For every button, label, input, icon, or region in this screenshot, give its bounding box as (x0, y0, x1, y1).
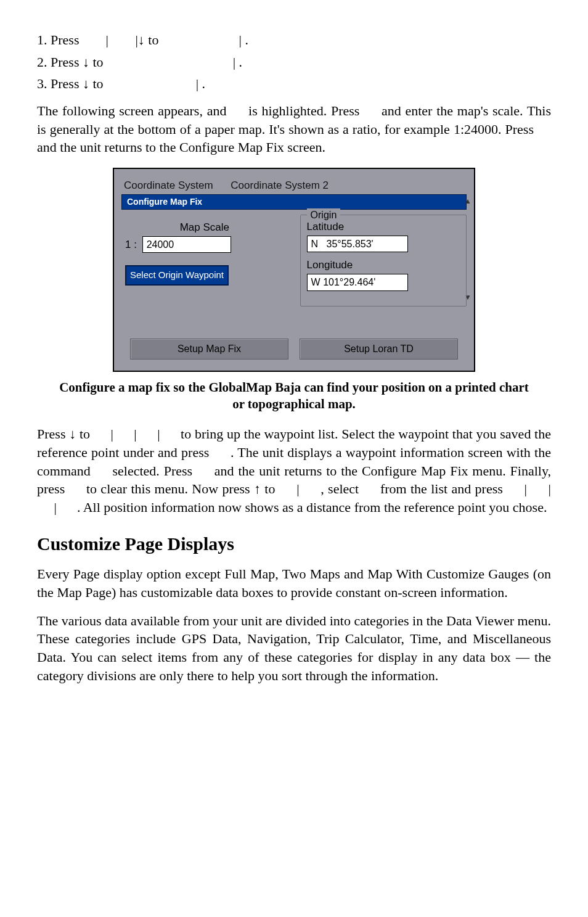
step-3: 3. Press ↓ to | . (37, 75, 551, 93)
setup-loran-td-button[interactable]: Setup Loran TD (300, 339, 458, 360)
paragraph-1: The following screen appears, and is hig… (37, 102, 551, 157)
tab-row: Coordinate System Coordinate System 2 (124, 179, 467, 193)
step2-b: | . (107, 53, 242, 72)
paragraph-4: The various data available from your uni… (37, 612, 551, 685)
map-scale-label: Map Scale (125, 221, 284, 235)
latitude-label: Latitude (307, 220, 460, 234)
map-scale-input[interactable]: 24000 (142, 236, 231, 253)
longitude-label: Longitude (307, 258, 460, 273)
origin-group: Origin Latitude N 35°55.853' Longitude W… (300, 215, 467, 306)
figure-caption: Configure a map fix so the GlobalMap Baj… (52, 379, 536, 413)
step2-a: 2. Press ↓ to (37, 54, 107, 70)
tab-coord-sys[interactable]: Coordinate System (124, 179, 213, 193)
setup-map-fix-button[interactable]: Setup Map Fix (130, 339, 288, 360)
scroll-up-icon[interactable]: ▲ (464, 196, 472, 206)
paragraph-3: Every Page display option except Full Ma… (37, 565, 551, 601)
step1-c: |↓ to (135, 32, 162, 47)
step3-b: | . (107, 75, 205, 93)
step3-a: 3. Press ↓ to (37, 76, 107, 91)
figure-wrap: ▲ ▼ Coordinate System Coordinate System … (37, 168, 551, 371)
bottom-buttons: Setup Map Fix Setup Loran TD (121, 339, 467, 362)
scale-row: 1 : 24000 (125, 236, 284, 253)
longitude-input[interactable]: W 101°29.464' (307, 274, 408, 291)
select-origin-waypoint-button[interactable]: Select Origin Waypoint (125, 265, 229, 285)
step1-b: | (83, 31, 132, 49)
scale-prefix: 1 : (125, 238, 137, 252)
configure-map-fix-dialog: ▲ ▼ Coordinate System Coordinate System … (113, 168, 475, 371)
latitude-input[interactable]: N 35°55.853' (307, 236, 408, 253)
step1-d: | . (162, 31, 248, 49)
step-2: 2. Press ↓ to | . (37, 53, 551, 72)
panel-row: Map Scale 1 : 24000 Select Origin Waypoi… (121, 215, 467, 306)
step-1: 1. Press | |↓ to | . (37, 31, 551, 49)
step1-a: 1. Press (37, 32, 83, 47)
paragraph-2: Press ↓ to | | | to bring up the waypoin… (37, 425, 551, 516)
origin-group-label: Origin (307, 208, 341, 222)
tab-strip-configure-map-fix[interactable]: Configure Map Fix (121, 194, 467, 210)
section-heading-customize-page-displays: Customize Page Displays (37, 532, 551, 557)
left-column: Map Scale 1 : 24000 Select Origin Waypoi… (121, 215, 288, 306)
tab-coord-sys-2[interactable]: Coordinate System 2 (231, 179, 329, 193)
